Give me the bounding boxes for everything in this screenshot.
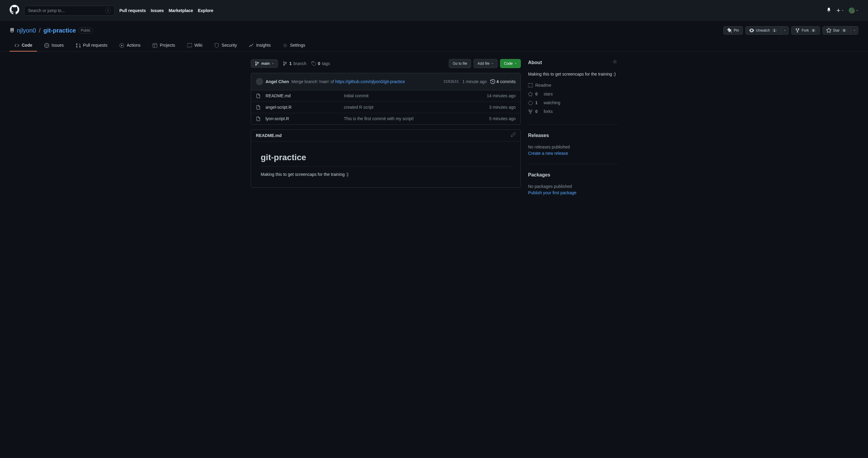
file-name-link[interactable]: README.md bbox=[266, 93, 290, 98]
star-icon bbox=[827, 28, 831, 33]
repo-icon bbox=[10, 28, 14, 33]
tab-settings[interactable]: Settings bbox=[278, 40, 310, 52]
tab-code[interactable]: Code bbox=[10, 40, 37, 52]
about-heading: About bbox=[528, 59, 542, 66]
gear-icon bbox=[613, 59, 617, 64]
nav-marketplace[interactable]: Marketplace bbox=[169, 7, 193, 14]
file-icon bbox=[256, 105, 261, 110]
commit-message[interactable]: Merge branch 'main' of https://github.co… bbox=[291, 78, 405, 85]
svg-point-2 bbox=[284, 45, 286, 46]
star-dropdown[interactable] bbox=[851, 26, 858, 35]
file-icon bbox=[256, 117, 261, 121]
notifications-icon[interactable] bbox=[827, 7, 831, 14]
unwatch-dropdown[interactable] bbox=[781, 26, 789, 35]
nav-issues[interactable]: Issues bbox=[151, 7, 164, 14]
chevron-down-icon bbox=[491, 62, 494, 65]
fork-count: 0 bbox=[811, 29, 816, 32]
visibility-badge: Public bbox=[79, 27, 93, 33]
gear-icon bbox=[283, 43, 287, 48]
file-icon bbox=[256, 94, 261, 98]
tab-actions[interactable]: Actions bbox=[115, 40, 145, 52]
file-commit-msg[interactable]: created R script bbox=[344, 104, 489, 110]
about-edit-button[interactable] bbox=[613, 59, 617, 66]
file-commit-msg[interactable]: Initial commit bbox=[344, 93, 487, 99]
packages-empty-text: No packages published bbox=[528, 184, 617, 190]
packages-heading[interactable]: Packages bbox=[528, 171, 550, 178]
tab-issues[interactable]: Issues bbox=[39, 40, 68, 52]
forks-link[interactable]: 0 forks bbox=[528, 108, 617, 115]
tab-security[interactable]: Security bbox=[210, 40, 242, 52]
tab-wiki[interactable]: Wiki bbox=[182, 40, 207, 52]
readme-filename[interactable]: README.md bbox=[256, 132, 282, 139]
nav-explore[interactable]: Explore bbox=[198, 7, 213, 14]
git-branch-icon bbox=[283, 61, 287, 66]
search-placeholder: Search or jump to... bbox=[28, 7, 105, 14]
issue-icon bbox=[44, 43, 49, 48]
git-pull-request-icon bbox=[76, 43, 81, 48]
readme-title: git-practice bbox=[261, 151, 511, 166]
about-description: Making this to get screencaps for the tr… bbox=[528, 71, 617, 77]
github-logo[interactable] bbox=[10, 5, 19, 16]
branches-link[interactable]: 1 branch bbox=[283, 61, 307, 67]
pin-icon bbox=[727, 28, 732, 33]
tab-pull-requests[interactable]: Pull requests bbox=[71, 40, 112, 52]
code-download-button[interactable]: Code bbox=[500, 59, 521, 68]
tab-projects[interactable]: Projects bbox=[148, 40, 180, 52]
file-row: lyon-script.RThis is the first commit wi… bbox=[251, 113, 521, 124]
commit-sha[interactable]: 3192b31 bbox=[444, 79, 459, 84]
fork-button[interactable]: Fork 0 bbox=[791, 26, 820, 35]
readme-link[interactable]: Readme bbox=[528, 82, 617, 89]
releases-empty-text: No releases published bbox=[528, 144, 617, 150]
unwatch-button[interactable]: Unwatch 1 bbox=[745, 26, 781, 35]
chevron-down-icon bbox=[515, 62, 517, 65]
fork-icon bbox=[795, 28, 800, 33]
chevron-down-icon bbox=[784, 29, 786, 32]
commit-avatar bbox=[256, 78, 263, 85]
chevron-down-icon bbox=[272, 62, 274, 65]
file-row: angel-script.Rcreated R script3 minutes … bbox=[251, 101, 521, 113]
eye-icon bbox=[528, 101, 533, 105]
file-name-link[interactable]: angel-script.R bbox=[266, 105, 291, 109]
owner-link[interactable]: njlyon0 bbox=[17, 27, 36, 34]
tag-icon bbox=[311, 61, 316, 66]
file-name-link[interactable]: lyon-script.R bbox=[266, 116, 289, 121]
add-file-button[interactable]: Add file bbox=[473, 59, 498, 68]
git-branch-icon bbox=[255, 61, 259, 66]
fork-icon bbox=[528, 109, 533, 114]
edit-readme-button[interactable] bbox=[511, 132, 516, 139]
add-dropdown[interactable] bbox=[836, 8, 844, 13]
avatar bbox=[849, 7, 855, 13]
search-input[interactable]: Search or jump to... / bbox=[24, 6, 115, 15]
star-button[interactable]: Star 0 bbox=[823, 26, 851, 35]
code-icon bbox=[14, 43, 19, 48]
go-to-file-button[interactable]: Go to file bbox=[449, 59, 471, 68]
book-icon bbox=[187, 43, 192, 48]
create-release-link[interactable]: Create a new release bbox=[528, 151, 568, 156]
project-icon bbox=[153, 43, 157, 48]
releases-heading[interactable]: Releases bbox=[528, 132, 549, 139]
svg-point-3 bbox=[614, 61, 615, 62]
nav-pull-requests[interactable]: Pull requests bbox=[119, 7, 146, 14]
graph-icon bbox=[249, 43, 254, 48]
shield-icon bbox=[214, 43, 219, 48]
commits-link[interactable]: 4 commits bbox=[490, 78, 516, 85]
file-row: README.mdInitial commit14 minutes ago bbox=[251, 90, 521, 101]
repo-link[interactable]: git-practice bbox=[43, 27, 76, 34]
user-menu[interactable] bbox=[849, 7, 858, 13]
file-commit-msg[interactable]: This is the first commit with my script! bbox=[344, 116, 489, 122]
star-count: 0 bbox=[841, 29, 847, 32]
tab-insights[interactable]: Insights bbox=[244, 40, 276, 52]
commit-author[interactable]: Angel Chen bbox=[266, 78, 289, 85]
watching-link[interactable]: 1 watching bbox=[528, 100, 617, 106]
file-commit-time: 3 minutes ago bbox=[489, 104, 516, 110]
branch-select[interactable]: main bbox=[251, 59, 278, 68]
pin-button[interactable]: Pin bbox=[723, 26, 743, 35]
chevron-down-icon bbox=[853, 29, 856, 32]
file-commit-time: 14 minutes ago bbox=[487, 93, 516, 99]
stars-link[interactable]: 0 stars bbox=[528, 91, 617, 97]
pencil-icon bbox=[511, 132, 516, 137]
publish-package-link[interactable]: Publish your first package bbox=[528, 190, 576, 195]
tags-link[interactable]: 0 tags bbox=[311, 61, 330, 67]
play-icon bbox=[119, 43, 124, 48]
search-kbd: / bbox=[105, 8, 111, 13]
